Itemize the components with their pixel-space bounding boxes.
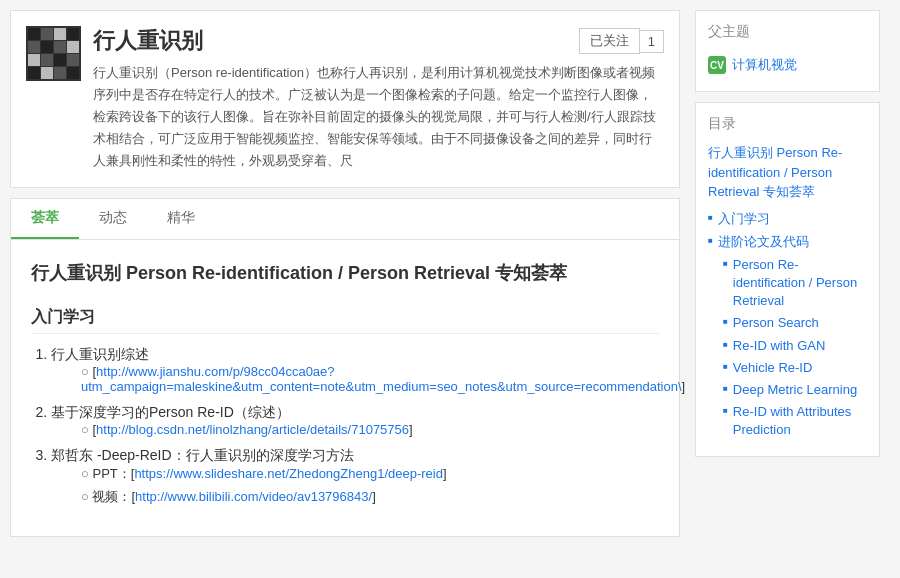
parent-topic-title: 父主题: [708, 23, 867, 41]
link-bilibili[interactable]: http://www.bilibili.com/video/av13796843…: [135, 489, 372, 504]
toc-link-person-search[interactable]: Person Search: [733, 314, 819, 332]
list-item-1-text: 行人重识别综述: [51, 346, 149, 362]
toc-title: 目录: [708, 115, 867, 133]
toc-main-link[interactable]: 行人重识别 Person Re-identification / Person …: [708, 143, 867, 202]
tab-bar: 荟萃 动态 精华: [10, 198, 680, 239]
toc-link-gan[interactable]: Re-ID with GAN: [733, 337, 825, 355]
link-csdn[interactable]: http://blog.csdn.net/linolzhang/article/…: [96, 422, 409, 437]
parent-topic-section: 父主题 CV 计算机视觉: [695, 10, 880, 92]
page-title: 行人重识别: [93, 26, 203, 56]
follow-button-group: 已关注 1: [579, 28, 664, 54]
toc-sub-item-reid: Person Re-identification / Person Retrie…: [723, 256, 867, 311]
toc-item-advanced: 进阶论文及代码: [708, 233, 867, 251]
list-item-2-link: [http://blog.csdn.net/linolzhang/article…: [81, 422, 659, 437]
follow-button[interactable]: 已关注: [579, 28, 640, 54]
toc-sub-item-gan: Re-ID with GAN: [723, 337, 867, 355]
main-content: 行人重识别 已关注 1 行人重识别（Person re-identificati…: [0, 0, 690, 578]
parent-topic-item[interactable]: CV 计算机视觉: [708, 51, 867, 79]
topic-thumbnail: [26, 26, 81, 81]
toc-link-intro[interactable]: 入门学习: [718, 210, 770, 228]
list-item-3-video: 视频：[http://www.bilibili.com/video/av1379…: [81, 488, 659, 506]
tab-jinghua[interactable]: 精华: [147, 199, 215, 239]
toc-main-list: 入门学习 进阶论文及代码: [708, 210, 867, 251]
toc-link-attributes[interactable]: Re-ID with Attributes Prediction: [733, 403, 867, 439]
list-item-2: 基于深度学习的Person Re-ID（综述） [http://blog.csd…: [51, 404, 659, 437]
list-item-1: 行人重识别综述 [http://www.jianshu.com/p/98cc04…: [51, 346, 659, 394]
tab-dongtai[interactable]: 动态: [79, 199, 147, 239]
toc-sub-list: Person Re-identification / Person Retrie…: [708, 256, 867, 440]
cv-icon: CV: [708, 56, 726, 74]
follow-count: 1: [640, 30, 664, 53]
toc-link-advanced[interactable]: 进阶论文及代码: [718, 233, 809, 251]
link-slideshare[interactable]: https://www.slideshare.net/ZhedongZheng1…: [134, 466, 443, 481]
toc-link-reid[interactable]: Person Re-identification / Person Retrie…: [733, 256, 867, 311]
link-jianshu[interactable]: http://www.jianshu.com/p/98cc04cca0ae?ut…: [81, 364, 682, 394]
list-item-3-ppt: PPT：[https://www.slideshare.net/ZhedongZ…: [81, 465, 659, 483]
article-title: 行人重识别 Person Re-identification / Person …: [31, 260, 659, 287]
sidebar: 父主题 CV 计算机视觉 目录 行人重识别 Person Re-identifi…: [690, 0, 890, 578]
list-item-3-text: 郑哲东 -Deep-ReID：行人重识别的深度学习方法: [51, 447, 354, 463]
toc-section: 目录 行人重识别 Person Re-identification / Pers…: [695, 102, 880, 457]
header-description: 行人重识别（Person re-identification）也称行人再识别，是…: [93, 62, 664, 172]
toc-link-vehicle[interactable]: Vehicle Re-ID: [733, 359, 812, 377]
toc-sub-item-person-search: Person Search: [723, 314, 867, 332]
tab-huicui[interactable]: 荟萃: [11, 199, 79, 239]
toc-sub-item-vehicle: Vehicle Re-ID: [723, 359, 867, 377]
header-title-row: 行人重识别 已关注 1: [93, 26, 664, 56]
toc-sub-item-metric: Deep Metric Learning: [723, 381, 867, 399]
list-item-3: 郑哲东 -Deep-ReID：行人重识别的深度学习方法 PPT：[https:/…: [51, 447, 659, 506]
list-item-2-links: [http://blog.csdn.net/linolzhang/article…: [51, 422, 659, 437]
toc-link-metric[interactable]: Deep Metric Learning: [733, 381, 857, 399]
section-intro-title: 入门学习: [31, 307, 659, 334]
list-item-3-links: PPT：[https://www.slideshare.net/ZhedongZ…: [51, 465, 659, 506]
header-card: 行人重识别 已关注 1 行人重识别（Person re-identificati…: [10, 10, 680, 188]
toc-sub-item-attributes: Re-ID with Attributes Prediction: [723, 403, 867, 439]
list-item-link: [http://www.jianshu.com/p/98cc04cca0ae?u…: [81, 364, 659, 394]
parent-topic-label[interactable]: 计算机视觉: [732, 56, 797, 74]
article-content: 行人重识别 Person Re-identification / Person …: [10, 239, 680, 537]
header-text-area: 行人重识别 已关注 1 行人重识别（Person re-identificati…: [93, 26, 664, 172]
intro-list: 行人重识别综述 [http://www.jianshu.com/p/98cc04…: [31, 346, 659, 506]
list-item-1-links: [http://www.jianshu.com/p/98cc04cca0ae?u…: [51, 364, 659, 394]
toc-item-intro: 入门学习: [708, 210, 867, 228]
list-item-2-text: 基于深度学习的Person Re-ID（综述）: [51, 404, 290, 420]
